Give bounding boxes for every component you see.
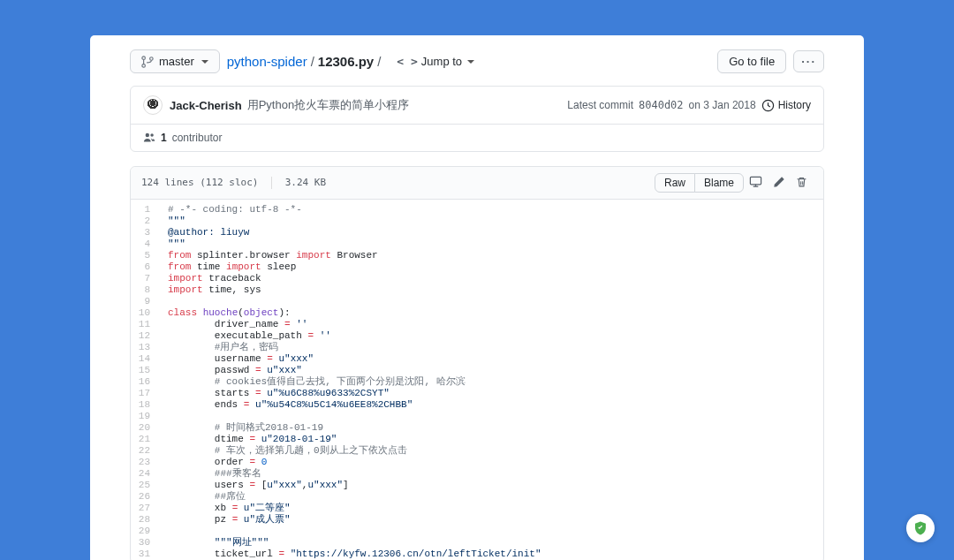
jump-to-dropdown[interactable]: < > Jump to bbox=[397, 55, 474, 68]
raw-button[interactable]: Raw bbox=[655, 173, 695, 193]
trash-icon bbox=[796, 176, 807, 188]
commit-author[interactable]: Jack-Cherish bbox=[170, 99, 242, 112]
edit-file-button[interactable] bbox=[768, 173, 791, 193]
line-number[interactable]: 14 bbox=[131, 352, 150, 364]
line-number[interactable]: 26 bbox=[131, 490, 150, 502]
code-line: driver_name = '' bbox=[168, 318, 541, 329]
breadcrumb: python-spider / 12306.py / bbox=[227, 54, 382, 69]
file-content-box: 124 lines (112 sloc) 3.24 KB Raw Blame bbox=[130, 166, 824, 560]
code-area: 1234567891011121314151617181920212223242… bbox=[131, 200, 823, 560]
blame-button[interactable]: Blame bbox=[694, 173, 744, 193]
line-number[interactable]: 31 bbox=[131, 548, 150, 559]
line-number[interactable]: 9 bbox=[131, 295, 150, 306]
code-line: """网址""" bbox=[168, 536, 541, 548]
code-line: class huoche(object): bbox=[168, 306, 541, 318]
code-line bbox=[168, 295, 541, 306]
code-line: # cookies值得自己去找, 下面两个分别是沈阳, 哈尔滨 bbox=[168, 375, 541, 387]
code-line: #用户名，密码 bbox=[168, 341, 541, 352]
line-number[interactable]: 27 bbox=[131, 502, 150, 513]
breadcrumb-repo-link[interactable]: python-spider bbox=[227, 54, 307, 69]
code-line bbox=[168, 410, 541, 421]
device-desktop-icon bbox=[749, 175, 762, 188]
delete-file-button[interactable] bbox=[791, 173, 813, 193]
branch-name: master bbox=[159, 55, 194, 68]
line-number[interactable]: 5 bbox=[131, 249, 150, 261]
git-branch-icon bbox=[141, 56, 154, 68]
contributor-label: contributor bbox=[172, 132, 223, 144]
desktop-download-button[interactable] bbox=[744, 172, 768, 193]
code-line: # 时间格式2018-01-19 bbox=[168, 421, 541, 433]
line-number[interactable]: 18 bbox=[131, 398, 150, 410]
contributors-row: 1 contributor bbox=[131, 125, 823, 151]
code-line: # 车次，选择第几趟，0则从上之下依次点击 bbox=[168, 444, 541, 456]
line-number[interactable]: 1 bbox=[131, 203, 150, 215]
code-line: @author: liuyw bbox=[168, 226, 541, 238]
history-icon bbox=[761, 99, 775, 112]
line-number[interactable]: 12 bbox=[131, 329, 150, 341]
svg-rect-1 bbox=[750, 177, 761, 184]
code-line: from splinter.browser import Browser bbox=[168, 249, 541, 261]
line-number[interactable]: 29 bbox=[131, 525, 150, 536]
line-number[interactable]: 20 bbox=[131, 421, 150, 433]
line-number[interactable]: 21 bbox=[131, 433, 150, 444]
kebab-horizontal-icon: ··· bbox=[801, 55, 816, 68]
line-number[interactable]: 24 bbox=[131, 467, 150, 479]
branch-select-button[interactable]: master bbox=[130, 49, 220, 73]
commit-message[interactable]: 用Python抢火车票的简单小程序 bbox=[247, 97, 409, 113]
line-number[interactable]: 30 bbox=[131, 536, 150, 548]
code-line: ###乘客名 bbox=[168, 467, 541, 479]
file-navigation-row: master python-spider / 12306.py / < > Ju… bbox=[130, 44, 824, 86]
line-number[interactable]: 23 bbox=[131, 456, 150, 467]
commit-date: on 3 Jan 2018 bbox=[689, 99, 756, 111]
raw-blame-group: Raw Blame bbox=[655, 173, 744, 193]
more-options-button[interactable]: ··· bbox=[793, 50, 824, 72]
code-line: from time import sleep bbox=[168, 261, 541, 272]
code-line: dtime = u"2018-01-19" bbox=[168, 433, 541, 444]
code-line: executable_path = '' bbox=[168, 329, 541, 341]
code-content: # -*- coding: utf-8 -*-"""@author: liuyw… bbox=[157, 200, 541, 560]
contributor-count: 1 bbox=[161, 132, 167, 144]
line-numbers: 1234567891011121314151617181920212223242… bbox=[131, 200, 157, 560]
line-number[interactable]: 2 bbox=[131, 215, 150, 226]
line-number[interactable]: 15 bbox=[131, 364, 150, 375]
line-number[interactable]: 10 bbox=[131, 306, 150, 318]
code-icon: < > bbox=[397, 55, 417, 68]
line-number[interactable]: 4 bbox=[131, 238, 150, 249]
history-link[interactable]: History bbox=[761, 99, 811, 112]
code-line: ticket_url = "https://kyfw.12306.cn/otn/… bbox=[168, 548, 541, 559]
avatar[interactable] bbox=[143, 95, 163, 115]
commit-info-box: Jack-Cherish 用Python抢火车票的简单小程序 Latest co… bbox=[130, 86, 824, 152]
caret-down-icon bbox=[201, 60, 208, 64]
code-line: xb = u"二等座" bbox=[168, 502, 541, 513]
line-number[interactable]: 11 bbox=[131, 318, 150, 329]
line-number[interactable]: 19 bbox=[131, 410, 150, 421]
latest-commit-row: Jack-Cherish 用Python抢火车票的简单小程序 Latest co… bbox=[131, 87, 823, 125]
code-line: import traceback bbox=[168, 272, 541, 284]
breadcrumb-separator: / bbox=[311, 54, 314, 69]
commit-sha[interactable]: 8040d02 bbox=[639, 99, 684, 111]
code-line: order = 0 bbox=[168, 456, 541, 467]
file-size-info: 3.24 KB bbox=[285, 177, 326, 188]
line-number[interactable]: 6 bbox=[131, 261, 150, 272]
code-line: ##席位 bbox=[168, 490, 541, 502]
line-number[interactable]: 3 bbox=[131, 226, 150, 238]
pencil-icon bbox=[773, 176, 785, 188]
history-label: History bbox=[778, 99, 811, 111]
line-number[interactable]: 25 bbox=[131, 479, 150, 490]
breadcrumb-file: 12306.py bbox=[318, 54, 374, 69]
caret-down-icon bbox=[467, 60, 474, 64]
file-lines-info: 124 lines (112 sloc) bbox=[141, 177, 258, 188]
people-icon bbox=[143, 132, 155, 144]
line-number[interactable]: 16 bbox=[131, 375, 150, 387]
code-line bbox=[168, 525, 541, 536]
line-number[interactable]: 17 bbox=[131, 387, 150, 398]
line-number[interactable]: 8 bbox=[131, 284, 150, 295]
line-number[interactable]: 28 bbox=[131, 513, 150, 525]
code-line: starts = u"%u6C88%u9633%2CSYT" bbox=[168, 387, 541, 398]
security-shield-badge[interactable] bbox=[906, 514, 935, 542]
line-number[interactable]: 13 bbox=[131, 341, 150, 352]
shield-check-icon bbox=[912, 520, 928, 536]
line-number[interactable]: 7 bbox=[131, 272, 150, 284]
go-to-file-button[interactable]: Go to file bbox=[717, 49, 786, 73]
line-number[interactable]: 22 bbox=[131, 444, 150, 456]
